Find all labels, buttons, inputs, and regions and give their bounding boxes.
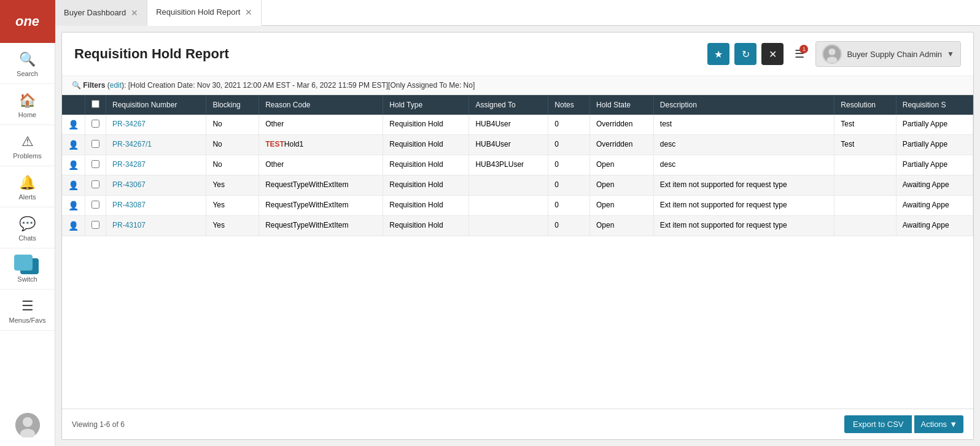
header-actions: ★ ↻ ✕ ☰ 1 Buyer Supply Chain Admin — [707, 41, 961, 67]
req-number-link[interactable]: PR-34287 — [112, 160, 146, 169]
tab-buyer-dashboard[interactable]: Buyer Dashboard ✕ — [55, 0, 147, 26]
row-checkbox[interactable] — [91, 140, 99, 148]
row-checkbox-cell — [85, 115, 106, 135]
main-area: Buyer Dashboard ✕ Requisition Hold Repor… — [55, 0, 980, 446]
chevron-down-icon: ▼ — [949, 420, 957, 429]
resolution-cell — [834, 216, 896, 236]
sidebar-item-chats[interactable]: 💬 Chats — [0, 207, 55, 248]
close-tab-icon[interactable]: ✕ — [245, 7, 252, 17]
sidebar-user-avatar[interactable] — [15, 404, 40, 446]
tab-requisition-hold-report[interactable]: Requisition Hold Report ✕ — [147, 0, 262, 26]
sidebar-item-label: Chats — [18, 234, 36, 242]
row-checkbox-cell — [85, 135, 106, 155]
search-icon: 🔍 — [19, 52, 36, 67]
sidebar-item-problems[interactable]: ⚠ Problems — [0, 125, 55, 166]
user-dropdown[interactable]: Buyer Supply Chain Admin ▼ — [815, 41, 961, 67]
col-resolution[interactable]: Resolution — [834, 95, 896, 115]
req-status-cell: Partially Appe — [896, 155, 973, 175]
select-all-checkbox[interactable] — [91, 100, 99, 108]
blocking-cell: Yes — [206, 196, 259, 216]
export-csv-button[interactable]: Export to CSV — [844, 415, 912, 433]
notes-cell: 0 — [548, 175, 590, 196]
resolution-cell — [834, 175, 896, 196]
row-checkbox[interactable] — [91, 201, 99, 209]
row-detail-icon[interactable]: 👤 — [62, 216, 85, 236]
hold-type-cell: Requisition Hold — [383, 175, 469, 196]
col-notes[interactable]: Notes — [548, 95, 590, 115]
menu-button[interactable]: ☰ 1 — [788, 44, 811, 64]
row-checkbox[interactable] — [91, 221, 99, 229]
actions-button[interactable]: Actions ▼ — [914, 415, 963, 433]
sidebar: one 🔍 Search 🏠 Home ⚠ Problems 🔔 Alerts … — [0, 0, 55, 446]
table-container[interactable]: Requisition Number Blocking Reason Code … — [62, 95, 973, 409]
row-checkbox[interactable] — [91, 180, 99, 188]
row-detail-icon[interactable]: 👤 — [62, 155, 85, 175]
sidebar-item-label: Problems — [13, 152, 41, 160]
page-header: Requisition Hold Report ★ ↻ ✕ ☰ 1 — [62, 33, 973, 76]
req-number-cell: PR-34287 — [106, 155, 206, 175]
reason-code-cell: Other — [259, 115, 383, 135]
notes-cell: 0 — [548, 135, 590, 155]
col-hold-type[interactable]: Hold Type — [383, 95, 469, 115]
col-req-number[interactable]: Requisition Number — [106, 95, 206, 115]
col-icon — [62, 95, 85, 115]
tab-label: Buyer Dashboard — [64, 8, 126, 17]
menus-icon: ☰ — [21, 298, 34, 314]
row-checkbox[interactable] — [91, 160, 99, 168]
reason-code-cell: RequestTypeWithExtItem — [259, 175, 383, 196]
sidebar-item-search[interactable]: 🔍 Search — [0, 43, 55, 84]
reason-code-cell: RequestTypeWithExtItem — [259, 196, 383, 216]
row-checkbox-cell — [85, 155, 106, 175]
row-detail-icon[interactable]: 👤 — [62, 135, 85, 155]
user-name: Buyer Supply Chain Admin — [847, 50, 942, 59]
col-hold-state[interactable]: Hold State — [589, 95, 653, 115]
req-number-link[interactable]: PR-43107 — [112, 221, 146, 229]
content-panel: Requisition Hold Report ★ ↻ ✕ ☰ 1 — [61, 32, 974, 440]
resolution-cell: Test — [834, 135, 896, 155]
hold-state-cell: Open — [589, 196, 653, 216]
logo[interactable]: one — [0, 0, 55, 43]
notes-cell: 0 — [548, 155, 590, 175]
hold-state-cell: Open — [589, 155, 653, 175]
col-assigned-to[interactable]: Assigned To — [469, 95, 548, 115]
hold-state-cell: Overridden — [589, 135, 653, 155]
notes-cell: 0 — [548, 216, 590, 236]
col-description[interactable]: Description — [653, 95, 834, 115]
user-avatar — [822, 44, 842, 64]
col-blocking[interactable]: Blocking — [206, 95, 259, 115]
req-number-link[interactable]: PR-43067 — [112, 180, 146, 189]
star-button[interactable]: ★ — [707, 43, 729, 65]
sidebar-item-label: Menus/Favs — [9, 317, 46, 324]
menu-badge: 1 — [799, 45, 808, 53]
req-status-cell: Awaiting Appe — [896, 216, 973, 236]
sidebar-item-menus[interactable]: ☰ Menus/Favs — [0, 290, 55, 331]
sidebar-item-switch[interactable]: Switch — [0, 248, 55, 290]
req-number-link[interactable]: PR-34267/1 — [112, 140, 152, 148]
row-detail-icon[interactable]: 👤 — [62, 196, 85, 216]
assigned-to-cell — [469, 216, 548, 236]
assigned-to-cell — [469, 196, 548, 216]
highlight-text: TEST — [265, 140, 284, 148]
col-reason-code[interactable]: Reason Code — [259, 95, 383, 115]
actions-label: Actions — [920, 420, 947, 429]
req-number-link[interactable]: PR-34267 — [112, 120, 146, 128]
close-button[interactable]: ✕ — [761, 43, 784, 65]
filter-label: 🔍 Filters (edit): — [72, 81, 126, 90]
alerts-icon: 🔔 — [19, 175, 36, 191]
table-header-row: Requisition Number Blocking Reason Code … — [62, 95, 973, 115]
sidebar-item-alerts[interactable]: 🔔 Alerts — [0, 166, 55, 207]
col-req-status[interactable]: Requisition S — [896, 95, 973, 115]
blocking-cell: Yes — [206, 175, 259, 196]
req-number-link[interactable]: PR-43087 — [112, 201, 146, 209]
filter-edit-link[interactable]: edit — [110, 81, 122, 90]
sidebar-item-home[interactable]: 🏠 Home — [0, 84, 55, 125]
row-checkbox[interactable] — [91, 120, 99, 128]
refresh-button[interactable]: ↻ — [734, 43, 756, 65]
close-tab-icon[interactable]: ✕ — [131, 8, 138, 18]
row-detail-icon[interactable]: 👤 — [62, 115, 85, 135]
row-detail-icon[interactable]: 👤 — [62, 175, 85, 196]
problems-icon: ⚠ — [21, 134, 34, 150]
table-row: 👤PR-43107YesRequestTypeWithExtItemRequis… — [62, 216, 973, 236]
table-row: 👤PR-43067YesRequestTypeWithExtItemRequis… — [62, 175, 973, 196]
table-row: 👤PR-34267NoOtherRequisition HoldHUB4User… — [62, 115, 973, 135]
